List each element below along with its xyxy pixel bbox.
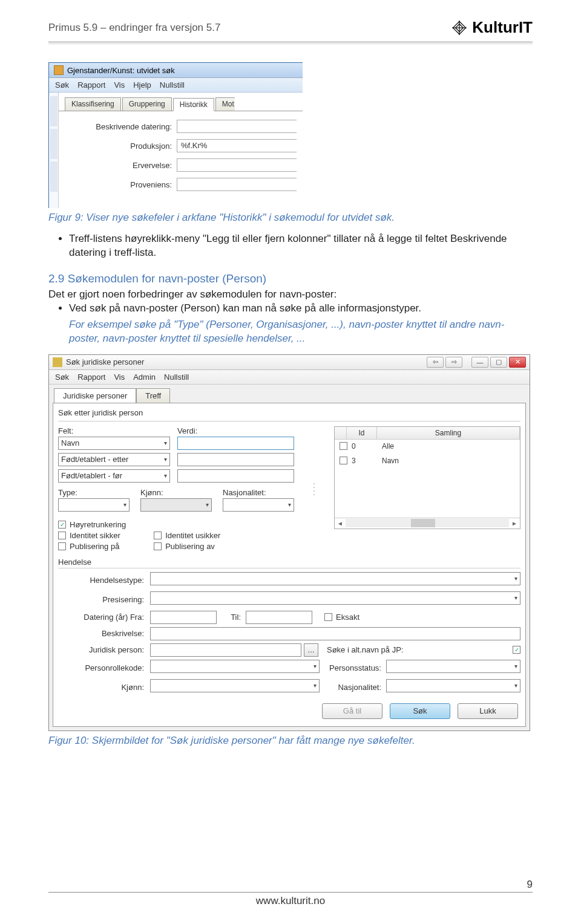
input-datering-fra[interactable] bbox=[150, 611, 217, 624]
input-verdi-1[interactable] bbox=[177, 437, 294, 450]
section-heading-2-9: 2.9 Søkemodulen for navn-poster (Person) bbox=[48, 272, 533, 285]
sok-button[interactable]: Søk bbox=[390, 703, 450, 719]
label-soke-altnavn: Søke i alt.navn på JP: bbox=[318, 645, 513, 654]
app-icon-2 bbox=[53, 357, 62, 367]
label-datering-fra: Datering (år) Fra: bbox=[58, 613, 150, 622]
label-kjonn: Kjønn: bbox=[140, 488, 212, 497]
menu-sok[interactable]: Søk bbox=[55, 80, 69, 89]
input-datering-til[interactable] bbox=[246, 611, 312, 624]
combo-felt-fodt-etter[interactable]: Født/etablert - etter bbox=[58, 453, 170, 466]
tab-klassifisering[interactable]: Klassifisering bbox=[65, 97, 121, 111]
screenshot-juridiske-window: Søk juridiske personer ⇦ ⇨ — ▢ ✕ Søk Rap… bbox=[48, 354, 530, 731]
input-verdi-2[interactable] bbox=[177, 453, 294, 466]
cell-name: Navn bbox=[377, 455, 520, 467]
input-juridisk-person[interactable] bbox=[150, 643, 301, 657]
tab-gruppering[interactable]: Gruppering bbox=[122, 97, 172, 111]
screenshot-historikk-window: Gjenstander/Kunst: utvidet søk Søk Rappo… bbox=[48, 62, 303, 208]
menu-hjelp[interactable]: Hjelp bbox=[133, 80, 151, 89]
input-produksjon[interactable]: %f.Kr% bbox=[177, 139, 297, 152]
combo-type[interactable] bbox=[58, 498, 130, 512]
menu2-sok[interactable]: Søk bbox=[55, 373, 69, 382]
tab-juridiske-personer[interactable]: Juridiske personer bbox=[54, 388, 136, 403]
menu-nullstill[interactable]: Nullstill bbox=[160, 80, 185, 89]
checkbox-hoyretrunkering[interactable]: ✓ bbox=[58, 521, 66, 529]
gaatil-button[interactable]: Gå til bbox=[322, 703, 382, 719]
cb-label-identitet-sikker: Identitet sikker bbox=[70, 531, 120, 540]
label-nasjonalitet: Nasjonalitet: bbox=[223, 488, 294, 497]
menubar-2: Søk Rapport Vis Admin Nullstill bbox=[49, 370, 530, 385]
menu2-nullstill[interactable]: Nullstill bbox=[164, 373, 189, 382]
nav-back-button[interactable]: ⇦ bbox=[427, 357, 444, 368]
footer-url: www.kulturit.no bbox=[48, 895, 533, 907]
combo-nasjonalitet-2[interactable] bbox=[386, 679, 520, 692]
tab-historikk[interactable]: Historikk bbox=[173, 98, 214, 111]
label-beskrivelse: Beskrivelse: bbox=[58, 629, 150, 638]
groupbox-label: Søk etter juridisk person bbox=[58, 408, 520, 417]
menu-vis[interactable]: Vis bbox=[114, 80, 125, 89]
label-type: Type: bbox=[58, 488, 130, 497]
input-beskrivende-datering[interactable] bbox=[177, 120, 297, 133]
tab-treff[interactable]: Treff bbox=[136, 388, 170, 403]
combo-presisering[interactable] bbox=[150, 591, 520, 605]
cb-label-hoyretrunkering: Høyretrunkering bbox=[70, 520, 126, 529]
minimize-button[interactable]: — bbox=[471, 357, 488, 368]
combo-kjonn[interactable] bbox=[140, 498, 212, 512]
page-title: Primus 5.9 – endringer fra versjon 5.7 bbox=[48, 22, 220, 34]
label-produksjon: Produksjon: bbox=[65, 142, 177, 151]
combo-kjonn-2[interactable] bbox=[150, 679, 320, 692]
checkbox-soke-altnavn[interactable]: ✓ bbox=[513, 646, 520, 654]
splitter-handle[interactable] bbox=[311, 426, 317, 553]
label-kjonn-2: Kjønn: bbox=[58, 683, 150, 692]
window-title: Gjenstander/Kunst: utvidet søk bbox=[67, 66, 175, 75]
label-til: Til: bbox=[217, 613, 246, 622]
cell-id: 0 bbox=[347, 441, 377, 453]
combo-felt-navn[interactable]: Navn bbox=[58, 437, 170, 450]
left-palette bbox=[49, 93, 59, 208]
input-proveniens[interactable] bbox=[177, 178, 297, 191]
input-verdi-3[interactable] bbox=[177, 469, 294, 483]
menu-rapport[interactable]: Rapport bbox=[77, 80, 105, 89]
h-scrollbar[interactable]: ◄► bbox=[335, 518, 520, 529]
cb-label-publisering-pa: Publisering på bbox=[70, 542, 119, 551]
th-check bbox=[335, 427, 347, 439]
tab-mot[interactable]: Mot bbox=[215, 97, 235, 111]
combo-hendelsestype[interactable] bbox=[150, 572, 520, 585]
label-proveniens: Proveniens: bbox=[65, 180, 177, 189]
maximize-button[interactable]: ▢ bbox=[490, 357, 507, 368]
combo-personsstatus[interactable] bbox=[386, 660, 520, 673]
checkbox-identitet-usikker[interactable] bbox=[154, 532, 162, 539]
menu2-vis[interactable]: Vis bbox=[114, 373, 125, 382]
cb-label-eksakt: Eksakt bbox=[336, 613, 359, 622]
bullet-item-2: Ved søk på navn-poster (Person) kan man … bbox=[69, 302, 533, 316]
nav-fwd-button[interactable]: ⇨ bbox=[445, 357, 462, 368]
menu2-admin[interactable]: Admin bbox=[133, 373, 156, 382]
th-id[interactable]: Id bbox=[347, 427, 377, 439]
combo-personrollekode[interactable] bbox=[150, 660, 320, 673]
brand-logo: KulturIT bbox=[450, 18, 533, 37]
footer-rule bbox=[48, 892, 533, 893]
menubar: Søk Rapport Vis Hjelp Nullstill bbox=[49, 78, 303, 93]
figure-caption-9: Figur 9: Viser nye søkefeler i arkfane "… bbox=[48, 212, 533, 224]
checkbox-eksakt[interactable] bbox=[324, 613, 332, 621]
table-row[interactable]: 3 Navn bbox=[335, 454, 520, 469]
bullet-item-1: Treff-listens høyreklikk-meny "Legg til … bbox=[69, 232, 533, 260]
intro-paragraph: Det er gjort noen forbedringer av søkemo… bbox=[48, 288, 533, 302]
combo-felt-fodt-for[interactable]: Født/etablert - før bbox=[58, 469, 170, 483]
close-button[interactable]: ✕ bbox=[509, 357, 526, 368]
browse-button[interactable]: … bbox=[304, 643, 318, 657]
input-ervervelse[interactable] bbox=[177, 158, 297, 172]
header-rule bbox=[48, 42, 533, 42]
window-title-2: Søk juridiske personer bbox=[66, 357, 144, 366]
label-juridisk-person: Juridisk person: bbox=[58, 645, 150, 654]
th-samling[interactable]: Samling bbox=[377, 427, 520, 439]
menu2-rapport[interactable]: Rapport bbox=[77, 373, 105, 382]
lukk-button[interactable]: Lukk bbox=[458, 703, 518, 719]
combo-nasjonalitet[interactable] bbox=[223, 498, 294, 512]
table-row[interactable]: 0 Alle bbox=[335, 440, 520, 454]
checkbox-publisering-pa[interactable] bbox=[58, 542, 66, 550]
checkbox-publisering-av[interactable] bbox=[154, 542, 162, 550]
input-beskrivelse[interactable] bbox=[150, 627, 520, 640]
checkbox-identitet-sikker[interactable] bbox=[58, 532, 66, 539]
label-nasjonalitet-2: Nasjonalitet: bbox=[320, 683, 386, 692]
cell-id: 3 bbox=[347, 455, 377, 467]
